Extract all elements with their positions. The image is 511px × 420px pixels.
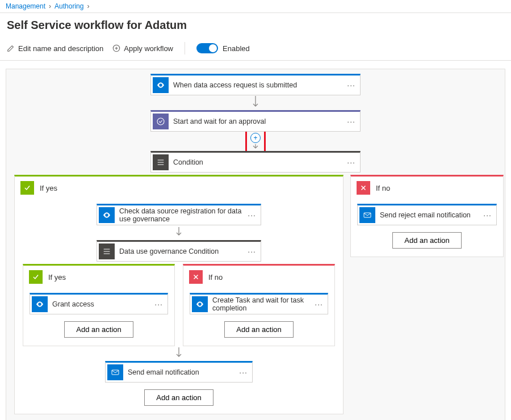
check-icon: [29, 270, 43, 284]
more-icon[interactable]: ···: [243, 211, 261, 220]
card-check-source-label: Check data source registration for data …: [119, 207, 243, 223]
add-action-button[interactable]: Add an action: [392, 232, 462, 249]
check-icon: [20, 181, 34, 195]
page-title: Self Service workflow for Adatum: [0, 13, 511, 40]
arrow-down-icon: [175, 346, 182, 361]
chevron-right-icon: ›: [49, 2, 51, 10]
breadcrumb: Management › Authoring ›: [0, 0, 511, 12]
apply-workflow-button[interactable]: Apply workflow: [112, 44, 173, 53]
add-action-button[interactable]: Add an action: [64, 321, 133, 338]
svg-point-5: [199, 304, 201, 305]
if-no-label: If no: [208, 273, 223, 282]
eye-icon: [192, 296, 208, 312]
if-no-label: If no: [376, 184, 390, 192]
add-action-button[interactable]: Add an action: [224, 321, 294, 338]
plus-circle-icon: [112, 44, 120, 52]
card-send-reject[interactable]: Send reject email notification ···: [357, 204, 497, 225]
svg-point-2: [157, 118, 164, 125]
card-condition-label: Condition: [173, 158, 342, 166]
arrow-down-icon: [252, 95, 259, 110]
if-yes-label: If yes: [40, 184, 57, 192]
x-icon: [357, 181, 370, 195]
card-create-task[interactable]: Create Task and wait for task completion…: [190, 293, 328, 314]
card-send-reject-label: Send reject email notification: [380, 211, 479, 219]
edit-name-button[interactable]: Edit name and description: [7, 44, 103, 53]
approval-icon: [153, 114, 169, 129]
card-create-task-label: Create Task and wait for task completion: [212, 296, 310, 312]
card-trigger[interactable]: When data access request is submitted ··…: [150, 74, 361, 95]
branch-if-yes: If yes Check data source registration fo…: [14, 175, 344, 414]
chevron-right-icon: ›: [87, 2, 89, 10]
svg-rect-7: [364, 213, 371, 217]
edit-name-label: Edit name and description: [18, 44, 103, 53]
apply-workflow-label: Apply workflow: [124, 44, 173, 53]
condition-icon: [99, 243, 115, 259]
mail-icon: [107, 364, 123, 380]
card-grant-access-label: Grant access: [52, 300, 150, 308]
toolbar: Edit name and description Apply workflow…: [0, 40, 511, 61]
nested-branch-if-no: If no Create Task and wait for task comp…: [183, 264, 335, 346]
workflow-canvas: When data access request is submitted ··…: [6, 69, 505, 420]
if-yes-label: If yes: [48, 273, 66, 282]
arrow-down-icon: [175, 225, 182, 240]
card-gov-condition[interactable]: Data use governance Condition ···: [97, 240, 261, 262]
breadcrumb-management[interactable]: Management: [6, 2, 45, 10]
highlight-insert-step: +: [245, 129, 266, 154]
card-check-source[interactable]: Check data source registration for data …: [97, 204, 261, 225]
enabled-label: Enabled: [223, 44, 250, 53]
condition-icon: [153, 154, 169, 170]
eye-icon: [153, 77, 169, 93]
more-icon[interactable]: ···: [234, 368, 252, 377]
more-icon[interactable]: ···: [342, 158, 360, 167]
breadcrumb-authoring[interactable]: Authoring: [55, 2, 83, 10]
mail-icon: [359, 207, 375, 223]
more-icon[interactable]: ···: [243, 247, 261, 256]
pencil-icon: [7, 44, 15, 52]
more-icon[interactable]: ···: [150, 300, 167, 309]
more-icon[interactable]: ···: [479, 211, 496, 220]
card-grant-access[interactable]: Grant access ···: [30, 293, 168, 314]
separator: [185, 42, 185, 54]
card-gov-condition-label: Data use governance Condition: [119, 247, 243, 255]
card-condition[interactable]: Condition ···: [150, 151, 361, 173]
card-approval-label: Start and wait for an approval: [173, 117, 342, 125]
nested-branch-if-yes: If yes Grant access ··· Add an action: [23, 264, 175, 346]
x-icon: [189, 270, 203, 284]
eye-icon: [32, 296, 48, 312]
svg-point-1: [160, 85, 162, 86]
svg-point-3: [106, 215, 108, 216]
add-action-button[interactable]: Add an action: [144, 389, 213, 406]
card-send-email-label: Send email notification: [128, 368, 234, 376]
branch-if-no: If no Send reject email notification ···…: [350, 175, 504, 257]
card-trigger-label: When data access request is submitted: [173, 81, 342, 89]
card-send-email[interactable]: Send email notification ···: [105, 361, 253, 383]
eye-icon: [99, 207, 115, 223]
insert-step-button[interactable]: +: [250, 133, 261, 143]
more-icon[interactable]: ···: [310, 300, 328, 309]
card-approval[interactable]: Start and wait for an approval ···: [150, 110, 361, 132]
enabled-toggle[interactable]: [196, 43, 218, 53]
svg-point-4: [39, 304, 41, 305]
svg-rect-6: [112, 370, 119, 375]
more-icon[interactable]: ···: [342, 117, 360, 126]
more-icon[interactable]: ···: [342, 81, 360, 90]
